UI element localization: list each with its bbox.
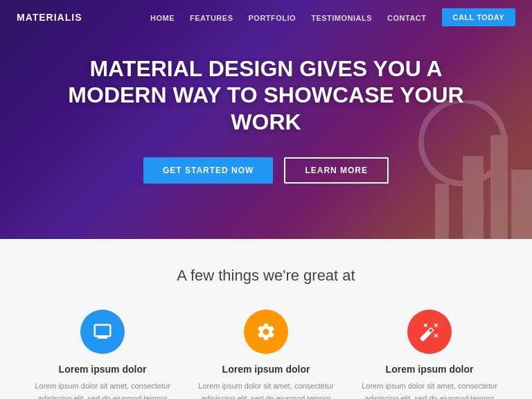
feature-name-2: Lorem ipsum dolor	[222, 364, 310, 375]
nav-list: HOME FEATURES PORTFOLIO TESTIMONIALS CON…	[150, 8, 515, 26]
feature-item-3: Lorem ipsum dolor Lorem ipsum dolor sit …	[360, 310, 499, 399]
hero-section: MATERIAL DESIGN GIVES YOU A MODERN WAY T…	[0, 0, 532, 239]
feature-name-1: Lorem ipsum dolor	[59, 364, 147, 375]
nav-item-cta[interactable]: CALL TODAY	[442, 8, 515, 26]
learn-more-button[interactable]: LEARN MORE	[284, 157, 389, 184]
feature-icon-circle-3	[407, 310, 452, 354]
get-started-button[interactable]: GET STARTED NOW	[143, 157, 273, 184]
features-grid: Lorem ipsum dolor Lorem ipsum dolor sit …	[28, 310, 504, 399]
feature-item-1: Lorem ipsum dolor Lorem ipsum dolor sit …	[33, 310, 172, 399]
nav-item-portfolio[interactable]: PORTFOLIO	[248, 11, 296, 24]
nav-links: HOME FEATURES PORTFOLIO TESTIMONIALS CON…	[150, 8, 515, 26]
feature-desc-2: Lorem ipsum dolor sit amet, consectetur …	[197, 380, 335, 399]
feature-desc-3: Lorem ipsum dolor sit amet, consectetur …	[360, 380, 499, 399]
feature-desc-1: Lorem ipsum dolor sit amet, consectetur …	[33, 380, 172, 399]
hero-content: MATERIAL DESIGN GIVES YOU A MODERN WAY T…	[0, 55, 532, 184]
feature-name-3: Lorem ipsum dolor	[386, 364, 474, 375]
navbar: MATERIALIS HOME FEATURES PORTFOLIO TESTI…	[0, 0, 532, 35]
feature-icon-circle-2	[244, 310, 288, 354]
svg-rect-3	[435, 184, 449, 239]
features-title: A few things we're great at	[28, 267, 504, 285]
features-section: A few things we're great at Lorem ipsum …	[0, 239, 532, 399]
nav-item-testimonials[interactable]: TESTIMONIALS	[311, 11, 372, 24]
magic-wand-icon	[419, 321, 440, 342]
hero-title: MATERIAL DESIGN GIVES YOU A MODERN WAY T…	[42, 55, 490, 135]
call-today-button[interactable]: CALL TODAY	[442, 8, 515, 26]
nav-item-features[interactable]: FEATURES	[190, 11, 233, 24]
brand-logo: MATERIALIS	[17, 12, 82, 23]
gear-icon	[256, 321, 276, 342]
hero-buttons: GET STARTED NOW LEARN MORE	[42, 157, 490, 184]
nav-item-contact[interactable]: CONTACT	[387, 11, 426, 24]
nav-item-home[interactable]: HOME	[150, 11, 175, 24]
monitor-icon	[92, 321, 113, 342]
feature-item-2: Lorem ipsum dolor Lorem ipsum dolor sit …	[197, 310, 335, 399]
feature-icon-circle-1	[80, 310, 125, 354]
